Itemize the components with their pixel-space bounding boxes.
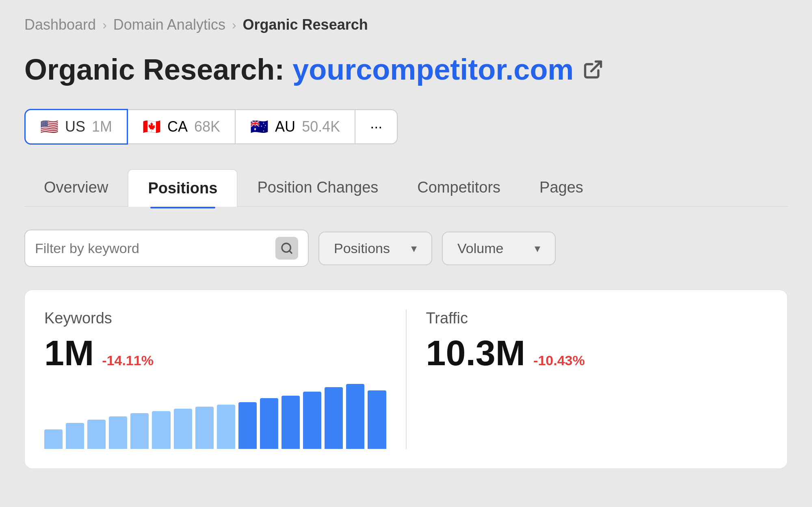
page-title: Organic Research: yourcompetitor.com bbox=[24, 53, 788, 86]
breadcrumb: Dashboard › Domain Analytics › Organic R… bbox=[24, 16, 788, 33]
bar-6 bbox=[152, 411, 170, 449]
filters-row: Positions ▾ Volume ▾ bbox=[24, 230, 788, 267]
keyword-search-box bbox=[24, 230, 309, 267]
bar-4 bbox=[109, 416, 127, 449]
breadcrumb-domain-analytics[interactable]: Domain Analytics bbox=[113, 16, 225, 33]
content-card: Keywords 1M -14.11% bbox=[24, 290, 788, 469]
keywords-value: 1M bbox=[44, 335, 94, 371]
ca-count: 68K bbox=[194, 118, 220, 135]
svg-line-2 bbox=[289, 251, 292, 253]
ca-flag-icon: 🇨🇦 bbox=[143, 118, 161, 135]
tab-pages[interactable]: Pages bbox=[520, 169, 603, 206]
keywords-change: -14.11% bbox=[102, 353, 154, 368]
bar-11 bbox=[260, 398, 278, 449]
bar-3 bbox=[87, 420, 106, 449]
tab-positions[interactable]: Positions bbox=[128, 169, 238, 207]
us-count: 1M bbox=[92, 118, 112, 135]
keywords-label: Keywords bbox=[44, 310, 386, 327]
more-icon: ··· bbox=[370, 118, 382, 135]
bar-10 bbox=[238, 402, 257, 449]
bar-15 bbox=[346, 384, 364, 449]
traffic-value: 10.3M bbox=[426, 335, 526, 371]
page-title-prefix: Organic Research: bbox=[24, 53, 284, 86]
traffic-metric: Traffic 10.3M -10.43% bbox=[406, 310, 768, 449]
positions-chevron-icon: ▾ bbox=[411, 242, 417, 255]
ca-code: CA bbox=[167, 118, 188, 135]
bar-14 bbox=[325, 387, 343, 449]
keywords-value-row: 1M -14.11% bbox=[44, 335, 386, 371]
tab-competitors[interactable]: Competitors bbox=[398, 169, 520, 206]
keyword-search-input[interactable] bbox=[35, 240, 269, 256]
bar-5 bbox=[130, 413, 149, 449]
bar-16 bbox=[368, 390, 386, 449]
search-icon bbox=[280, 242, 293, 255]
country-us-button[interactable]: 🇺🇸 US 1M bbox=[24, 109, 128, 145]
traffic-change: -10.43% bbox=[533, 353, 585, 368]
us-flag-icon: 🇺🇸 bbox=[40, 118, 58, 135]
au-flag-icon: 🇦🇺 bbox=[250, 118, 269, 135]
external-link-icon[interactable] bbox=[582, 58, 604, 81]
au-count: 50.4K bbox=[302, 118, 340, 135]
search-button[interactable] bbox=[275, 237, 298, 260]
tab-position-changes[interactable]: Position Changes bbox=[238, 169, 398, 206]
bar-2 bbox=[66, 423, 84, 449]
traffic-label: Traffic bbox=[426, 310, 768, 327]
bar-7 bbox=[174, 409, 192, 449]
bar-9 bbox=[217, 405, 235, 449]
breadcrumb-sep-2: › bbox=[232, 17, 236, 32]
traffic-value-row: 10.3M -10.43% bbox=[426, 335, 768, 371]
tab-overview[interactable]: Overview bbox=[24, 169, 128, 206]
bar-8 bbox=[195, 407, 214, 449]
bar-13 bbox=[303, 392, 321, 449]
breadcrumb-dashboard[interactable]: Dashboard bbox=[24, 16, 96, 33]
keywords-chart bbox=[44, 384, 386, 449]
more-countries-button[interactable]: ··· bbox=[355, 109, 398, 144]
metrics-row: Keywords 1M -14.11% bbox=[44, 310, 768, 449]
volume-dropdown[interactable]: Volume ▾ bbox=[442, 232, 556, 265]
volume-chevron-icon: ▾ bbox=[535, 242, 540, 255]
tabs: Overview Positions Position Changes Comp… bbox=[24, 169, 788, 207]
country-ca-button[interactable]: 🇨🇦 CA 68K bbox=[128, 109, 236, 144]
keywords-metric: Keywords 1M -14.11% bbox=[44, 310, 406, 449]
breadcrumb-sep-1: › bbox=[102, 17, 107, 32]
volume-dropdown-label: Volume bbox=[457, 240, 503, 256]
breadcrumb-organic-research: Organic Research bbox=[243, 16, 368, 33]
au-code: AU bbox=[275, 118, 295, 135]
bar-12 bbox=[281, 396, 300, 449]
positions-dropdown[interactable]: Positions ▾ bbox=[318, 232, 432, 265]
country-au-button[interactable]: 🇦🇺 AU 50.4K bbox=[236, 109, 355, 144]
svg-line-0 bbox=[591, 62, 601, 72]
bar-1 bbox=[44, 429, 63, 449]
positions-dropdown-label: Positions bbox=[334, 240, 390, 256]
domain-name[interactable]: yourcompetitor.com bbox=[292, 53, 574, 86]
country-filters: 🇺🇸 US 1M 🇨🇦 CA 68K 🇦🇺 AU 50.4K ··· bbox=[24, 109, 788, 145]
us-code: US bbox=[65, 118, 85, 135]
